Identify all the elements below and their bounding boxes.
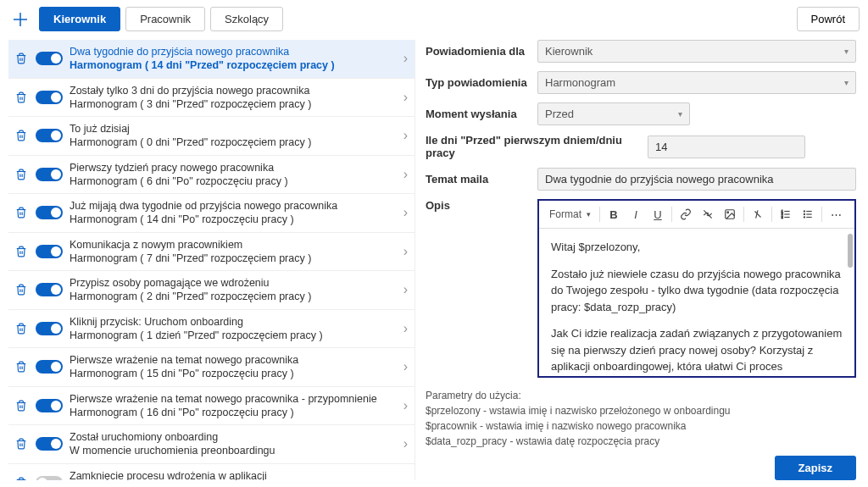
notification-title: Komunikacja z nowym pracownikiem	[70, 238, 397, 252]
format-select[interactable]: Format ▾	[544, 207, 596, 222]
days-input[interactable]	[648, 136, 805, 158]
trash-icon[interactable]	[15, 53, 29, 64]
trash-icon[interactable]	[15, 477, 29, 480]
tab-szkolący[interactable]: Szkolący	[210, 7, 283, 31]
notification-text: Zamknięcie procesu wdrożenia w aplikacji…	[70, 469, 397, 481]
trash-icon[interactable]	[15, 284, 29, 296]
notification-row[interactable]: Kliknij przycisk: Uruchom onboardingHarm…	[8, 310, 415, 349]
trash-icon[interactable]	[15, 169, 29, 180]
notification-subtitle: Harmonogram ( 14 dni "Przed" rozpoczęcie…	[70, 58, 397, 72]
italic-button[interactable]: I	[626, 204, 646, 224]
notification-text: Już mijają dwa tygodnie od przyjścia now…	[70, 199, 397, 227]
params-heading: Parametry do użycia:	[426, 388, 856, 403]
trash-icon[interactable]	[15, 246, 29, 257]
enable-toggle[interactable]	[36, 129, 63, 142]
svg-point-12	[804, 211, 804, 212]
link-icon[interactable]	[676, 204, 696, 224]
add-button[interactable]	[8, 8, 32, 31]
trash-icon[interactable]	[15, 438, 29, 450]
tab-pracownik[interactable]: Pracownik	[125, 7, 205, 31]
notification-row[interactable]: Zostały tylko 3 dni do przyjścia nowego …	[8, 79, 415, 118]
notification-text: Pierwsze wrażenie na temat nowego pracow…	[70, 392, 397, 420]
trash-icon[interactable]	[15, 361, 29, 373]
notification-text: Pierwsze wrażenie na temat nowego pracow…	[70, 353, 397, 381]
notification-row[interactable]: Pierwszy tydzień pracy nowego pracownika…	[8, 156, 415, 195]
trash-icon[interactable]	[15, 91, 29, 103]
bold-button[interactable]: B	[604, 204, 624, 224]
notification-row[interactable]: To już dzisiajHarmonogram ( 0 dni "Przed…	[8, 117, 415, 156]
notification-row[interactable]: Pierwsze wrażenie na temat nowego pracow…	[8, 387, 415, 426]
more-icon[interactable]: ⋯	[826, 204, 846, 224]
notification-text: Kliknij przycisk: Uruchom onboardingHarm…	[70, 315, 397, 343]
trash-icon[interactable]	[15, 130, 29, 141]
notification-row[interactable]: Komunikacja z nowym pracownikiemHarmonog…	[8, 233, 415, 272]
enable-toggle[interactable]	[36, 245, 63, 258]
notification-row[interactable]: Zamknięcie procesu wdrożenia w aplikacji…	[8, 464, 415, 481]
notification-row[interactable]: Pierwsze wrażenie na temat nowego pracow…	[8, 348, 415, 387]
subject-input[interactable]	[537, 168, 856, 191]
editor-paragraph: Witaj $przelozony,	[551, 239, 843, 256]
tab-kierownik[interactable]: Kierownik	[39, 7, 120, 31]
enable-toggle[interactable]	[36, 322, 63, 335]
enable-toggle[interactable]	[36, 476, 63, 480]
underline-button[interactable]: U	[648, 204, 668, 224]
chevron-right-icon: ›	[403, 359, 408, 374]
chevron-right-icon: ›	[403, 51, 408, 66]
editor-toolbar: Format ▾ B I U	[539, 201, 854, 229]
chevron-right-icon: ›	[403, 128, 408, 143]
notification-subtitle: Harmonogram ( 14 dni "Po" rozpoczęciu pr…	[70, 213, 397, 226]
enable-toggle[interactable]	[36, 206, 63, 219]
chevron-right-icon: ›	[403, 244, 408, 259]
enable-toggle[interactable]	[36, 437, 63, 451]
image-icon[interactable]	[720, 204, 740, 224]
list-bullet-icon[interactable]	[798, 204, 818, 224]
notification-row[interactable]: Przypisz osoby pomagające we wdrożeniuHa…	[8, 271, 415, 310]
type-select[interactable]: Harmonogram ▾	[537, 71, 856, 94]
editor-paragraph: Jak Ci idzie realizacja zadań związanych…	[551, 325, 843, 376]
notification-title: Został uruchomiony onboarding	[70, 430, 397, 444]
moment-select[interactable]: Przed ▾	[537, 102, 690, 125]
chevron-right-icon: ›	[403, 321, 408, 336]
enable-toggle[interactable]	[36, 168, 63, 181]
notification-subtitle: Harmonogram ( 0 dni "Przed" rozpoczęciem…	[70, 136, 397, 149]
notification-subtitle: Harmonogram ( 6 dni "Po" rozpoczęciu pra…	[70, 174, 397, 188]
notification-title: To już dzisiaj	[70, 122, 397, 136]
enable-toggle[interactable]	[36, 399, 63, 412]
recipient-label: Powiadomienia dla	[426, 45, 527, 58]
scrollbar-thumb[interactable]	[848, 234, 853, 268]
chevron-right-icon: ›	[403, 475, 408, 480]
notification-row[interactable]: Został uruchomiony onboardingW momencie …	[8, 425, 415, 464]
notification-title: Pierwsze wrażenie na temat nowego pracow…	[70, 353, 397, 367]
list-ordered-icon[interactable]: 123	[776, 204, 796, 224]
clear-format-icon[interactable]	[748, 204, 768, 224]
detail-panel: Powiadomienia dla Kierownik ▾ Typ powiad…	[426, 40, 860, 480]
notification-title: Kliknij przycisk: Uruchom onboarding	[70, 315, 397, 329]
svg-point-13	[804, 213, 804, 214]
chevron-right-icon: ›	[403, 167, 408, 182]
enable-toggle[interactable]	[36, 360, 63, 374]
notification-title: Dwa tygodnie do przyjścia nowego pracown…	[70, 45, 397, 58]
notification-row[interactable]: Już mijają dwa tygodnie od przyjścia now…	[8, 194, 415, 233]
trash-icon[interactable]	[15, 323, 29, 335]
trash-icon[interactable]	[15, 207, 29, 219]
params-help: Parametry do użycia:$przelozony - wstawi…	[426, 388, 856, 449]
notification-row[interactable]: Dwa tygodnie do przyjścia nowego pracown…	[8, 40, 415, 79]
desc-label: Opis	[426, 199, 527, 378]
notification-subtitle: Harmonogram ( 2 dni "Przed" rozpoczęciem…	[70, 290, 397, 303]
chevron-right-icon: ›	[403, 282, 408, 297]
type-label: Typ powiadomienia	[426, 76, 527, 89]
notification-text: Przypisz osoby pomagające we wdrożeniuHa…	[70, 276, 397, 304]
trash-icon[interactable]	[15, 400, 29, 412]
unlink-icon[interactable]	[698, 204, 718, 224]
enable-toggle[interactable]	[36, 52, 63, 65]
editor-body[interactable]: Witaj $przelozony,Zostało już niewiele c…	[539, 229, 854, 376]
enable-toggle[interactable]	[36, 283, 63, 296]
return-button[interactable]: Powrót	[797, 7, 860, 31]
save-button[interactable]: Zapisz	[775, 456, 856, 480]
notification-text: To już dzisiajHarmonogram ( 0 dni "Przed…	[70, 122, 397, 150]
enable-toggle[interactable]	[36, 91, 63, 104]
notification-subtitle: Harmonogram ( 15 dni "Po" rozpoczęciu pr…	[70, 367, 397, 380]
notification-title: Pierwsze wrażenie na temat nowego pracow…	[70, 392, 397, 406]
editor-paragraph: Zostało już niewiele czasu do przyjścia …	[551, 266, 843, 316]
recipient-select[interactable]: Kierownik ▾	[537, 40, 856, 63]
